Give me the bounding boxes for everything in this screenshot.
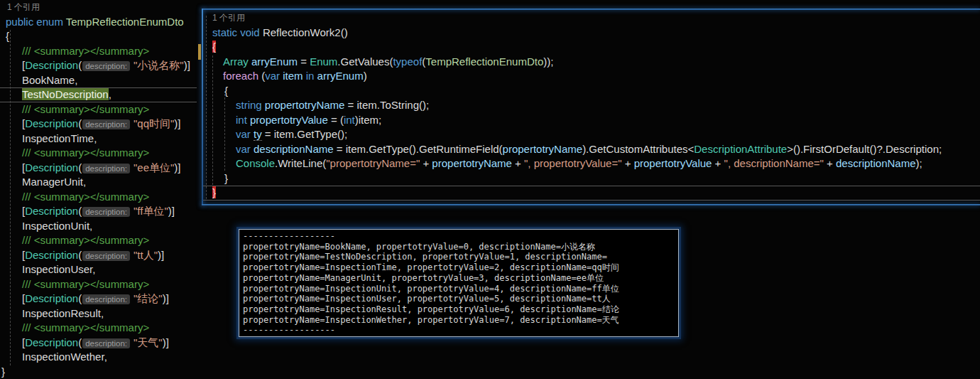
indent-guide xyxy=(212,55,213,185)
code-token: )] xyxy=(174,161,180,174)
code-token: "ee单位" xyxy=(134,161,174,174)
code-line[interactable]: string propertotryName = item.ToString()… xyxy=(203,98,980,113)
console-line: ------------------ xyxy=(243,231,675,242)
code-token: + xyxy=(712,157,724,169)
code-line[interactable]: { xyxy=(203,84,980,99)
console-line: ------------------ xyxy=(243,325,675,336)
code-token: Console xyxy=(236,157,275,169)
code-line[interactable]: Array arryEnum = Enum.GetValues(typeof(T… xyxy=(203,55,980,70)
code-token: TestNoDescription xyxy=(22,88,109,100)
code-line[interactable]: var descriptionName = item.GetType().Get… xyxy=(203,142,980,157)
attribute-line[interactable]: [Description(description:"qq时间")] xyxy=(0,117,197,132)
code-token: ( xyxy=(78,292,82,304)
code-token: Enum xyxy=(310,55,337,68)
code-line[interactable]: /// <summary></summary> xyxy=(0,277,197,292)
code-token: Description xyxy=(25,117,78,129)
code-token: ( xyxy=(78,161,82,174)
code-token: var xyxy=(236,128,251,140)
code-token: ).GetCustomAttributes< xyxy=(582,143,694,155)
code-token: )] xyxy=(174,117,180,129)
console-line: propertotryName=InspectionUser, properto… xyxy=(243,294,675,304)
code-line[interactable]: /// <summary></summary> xyxy=(0,102,197,117)
code-line[interactable]: Console.WriteLine("propertotryName=" + p… xyxy=(203,156,980,171)
code-token: ( xyxy=(78,336,82,348)
code-token: descriptionName xyxy=(254,143,334,155)
code-token: /// <summary></summary> xyxy=(22,321,149,333)
code-line[interactable]: foreach (var item in arryEnum) xyxy=(203,69,980,84)
code-line[interactable]: /// <summary></summary> xyxy=(0,146,197,161)
attribute-line[interactable]: [Description(description:"tt人")] xyxy=(0,248,197,263)
inline-parameter-hint: description: xyxy=(82,294,130,304)
code-line[interactable]: int propertotryValue = (int)item; xyxy=(203,113,980,128)
enum-member[interactable]: ManagerUnit, xyxy=(0,175,197,190)
attribute-line[interactable]: [Description(description:"ee单位")] xyxy=(0,161,197,176)
code-token: 1 个引用 xyxy=(7,2,40,12)
code-token: } xyxy=(1,365,5,378)
code-token: + xyxy=(512,157,524,169)
code-token: "天气" xyxy=(134,336,163,348)
enum-member-highlighted[interactable]: TestNoDescription, xyxy=(0,87,197,102)
code-token: "ff单位" xyxy=(134,205,168,217)
console-output-box: ------------------propertotryName=BookNa… xyxy=(239,229,679,337)
attribute-line[interactable]: [Description(description:"小说名称")] xyxy=(0,58,197,73)
inline-parameter-hint: description: xyxy=(82,164,130,174)
code-token: Description xyxy=(25,292,78,304)
code-token: ", propertotryValue=" xyxy=(524,157,622,169)
code-line[interactable]: /// <summary></summary> xyxy=(0,233,197,248)
code-token: ) xyxy=(364,70,367,82)
code-line[interactable]: /// <summary></summary> xyxy=(0,190,197,205)
code-line[interactable]: /// <summary></summary> xyxy=(0,321,197,336)
open-brace-highlighted[interactable]: { xyxy=(203,40,980,55)
console-line: propertotryName=ManagerUnit, propertotry… xyxy=(243,273,675,284)
code-line[interactable]: var ty = item.GetType(); xyxy=(203,127,980,142)
code-token: } xyxy=(212,186,216,198)
scrollbar-change-marker xyxy=(198,44,201,60)
right-editor-peek-pane[interactable]: 1 个引用static void ReflectionWork2(){Array… xyxy=(203,11,980,203)
code-token: >().FirstOrDefault()?.Description; xyxy=(787,143,942,155)
code-token: )item; xyxy=(355,114,382,126)
inline-parameter-hint: description: xyxy=(82,119,130,129)
code-line[interactable]: } xyxy=(203,171,980,186)
code-token: int xyxy=(344,114,355,126)
code-token: int xyxy=(236,114,247,126)
enum-declaration[interactable]: public enum TempReflectionEnumDto xyxy=(0,15,197,30)
code-token: foreach xyxy=(223,70,258,82)
enum-member[interactable]: InspectionUser, xyxy=(0,262,197,277)
attribute-line[interactable]: [Description(description:"结论")] xyxy=(0,292,197,306)
codelens-reference-count[interactable]: 1 个引用 xyxy=(203,11,980,26)
code-token: ", descriptionName=" xyxy=(724,157,824,169)
code-token: ( xyxy=(78,59,82,71)
method-declaration[interactable]: static void ReflectionWork2() xyxy=(203,26,980,41)
console-line: propertotryName=TestNoDescription, prope… xyxy=(243,252,675,262)
enum-member[interactable]: InspectionWether, xyxy=(0,350,197,365)
indent-guide xyxy=(224,94,225,171)
enum-member[interactable]: BookName, xyxy=(0,73,197,88)
left-editor-pane[interactable]: 1 个引用public enum TempReflectionEnumDto{/… xyxy=(0,0,197,379)
code-token: InspectionResult, xyxy=(22,307,104,319)
codelens-reference-count[interactable]: 1 个引用 xyxy=(0,0,197,15)
code-line[interactable]: } xyxy=(0,365,197,379)
code-token: = item.GetType(); xyxy=(262,128,347,140)
code-line[interactable]: /// <summary></summary> xyxy=(0,44,197,59)
code-token: BookName, xyxy=(22,74,77,86)
code-token: Description xyxy=(25,249,78,261)
code-token: ( xyxy=(258,70,265,82)
code-token: ( xyxy=(78,205,82,217)
close-brace-highlighted[interactable]: } xyxy=(203,186,980,201)
code-token: string xyxy=(236,99,262,111)
code-token: ( xyxy=(78,117,82,129)
enum-member[interactable]: InspectionTime, xyxy=(0,132,197,146)
code-token: DescriptionAttribute xyxy=(694,143,787,155)
code-token: in xyxy=(306,70,315,82)
code-token: /// <summary></summary> xyxy=(22,191,149,203)
code-line[interactable]: { xyxy=(0,29,197,44)
attribute-line[interactable]: [Description(description:"ff单位")] xyxy=(0,204,197,219)
code-token: } xyxy=(224,172,228,184)
enum-member[interactable]: InspectionUnit, xyxy=(0,219,197,234)
enum-member[interactable]: InspectionResult, xyxy=(0,306,197,321)
code-token: )] xyxy=(163,292,169,304)
code-token: descriptionName xyxy=(836,157,916,169)
attribute-line[interactable]: [Description(description:"天气")] xyxy=(0,336,197,351)
code-token: propertotryValue xyxy=(250,114,328,126)
code-token: InspectionTime, xyxy=(22,132,97,144)
